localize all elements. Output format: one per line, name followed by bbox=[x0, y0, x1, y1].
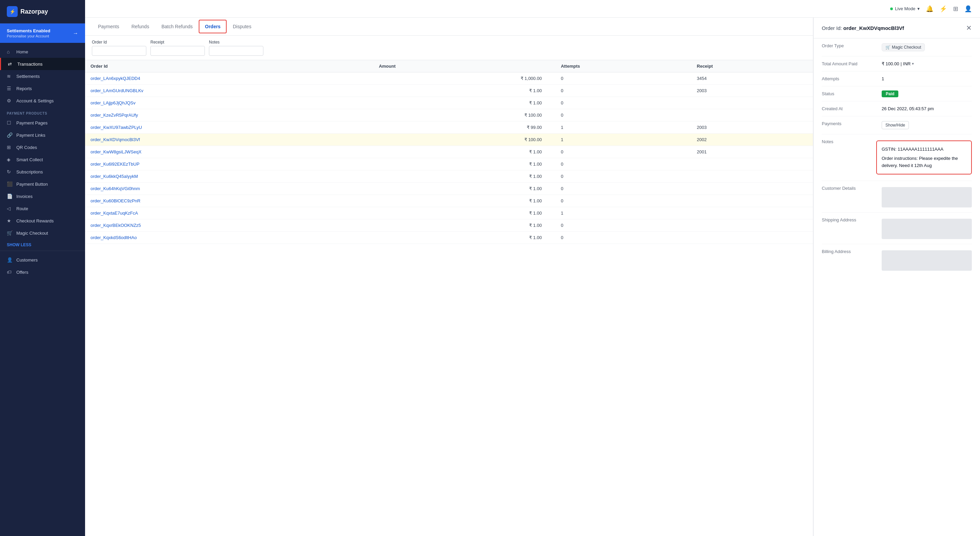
sidebar-item-payment-pages[interactable]: ☐ Payment Pages bbox=[0, 117, 85, 129]
sidebar-item-magic-checkout[interactable]: 🛒 Magic Checkout bbox=[0, 227, 85, 239]
sidebar-item-label-payment-pages: Payment Pages bbox=[16, 121, 48, 125]
order-receipt: 2003 bbox=[692, 85, 813, 97]
billing-address-placeholder bbox=[882, 250, 972, 271]
detail-row-created-at: Created At 26 Dec 2022, 05:43:57 pm bbox=[822, 101, 972, 116]
order-id-link[interactable]: order_KwXDVqmocBl3Vf bbox=[91, 137, 140, 142]
sidebar-item-payment-links[interactable]: 🔗 Payment Links bbox=[0, 129, 85, 141]
order-receipt bbox=[692, 109, 813, 121]
order-attempts: 0 bbox=[555, 85, 692, 97]
tab-batch-refunds[interactable]: Batch Refunds bbox=[155, 19, 199, 35]
order-id-link[interactable]: order_KqxrBEkOOKNZz5 bbox=[91, 223, 141, 228]
settlements-title: Settlements Enabled bbox=[7, 28, 50, 33]
order-attempts: 0 bbox=[555, 158, 692, 170]
order-id-link[interactable]: order_KzeZvR5PqrAUfy bbox=[91, 113, 138, 118]
sidebar-item-label-payment-button: Payment Button bbox=[16, 182, 48, 187]
order-receipt bbox=[692, 182, 813, 195]
order-id-link[interactable]: order_KwXU97awbZPLyU bbox=[91, 125, 142, 130]
detail-key-billing-address: Billing Address bbox=[822, 249, 876, 254]
sidebar-item-route[interactable]: ◁ Route bbox=[0, 202, 85, 215]
detail-order-id: order_KwXDVqmocBl3Vf bbox=[843, 25, 904, 31]
settlements-icon: ≋ bbox=[7, 73, 13, 79]
tab-payments[interactable]: Payments bbox=[92, 19, 125, 35]
order-amount: ₹ 1.00 bbox=[373, 85, 555, 97]
sidebar-item-label-reports: Reports bbox=[16, 86, 32, 91]
filter-order-id-input[interactable] bbox=[92, 46, 146, 56]
detail-key-amount: Total Amount Paid bbox=[822, 61, 876, 66]
sidebar-item-transactions[interactable]: ⇄ Transactions bbox=[0, 58, 85, 70]
settlements-banner[interactable]: Settlements Enabled Personalise your Acc… bbox=[0, 24, 85, 43]
sidebar-item-checkout-rewards[interactable]: ★ Checkout Rewards bbox=[0, 215, 85, 227]
filter-receipt-label: Receipt bbox=[150, 40, 205, 44]
filter-notes-label: Notes bbox=[209, 40, 263, 44]
badge-magic-checkout: 🛒 Magic Checkout bbox=[882, 43, 925, 51]
detail-val-created-at: 26 Dec 2022, 05:43:57 pm bbox=[882, 106, 972, 111]
order-id-link[interactable]: order_Ku6kkQ45aIyykM bbox=[91, 174, 138, 179]
sidebar-item-subscriptions[interactable]: ↻ Subscriptions bbox=[0, 166, 85, 178]
sidebar-item-label-subscriptions: Subscriptions bbox=[16, 170, 43, 174]
sidebar-item-smart-collect[interactable]: ◈ Smart Collect bbox=[0, 153, 85, 166]
checkout-rewards-icon: ★ bbox=[7, 218, 13, 224]
tab-disputes[interactable]: Disputes bbox=[227, 19, 257, 35]
sidebar-item-payment-button[interactable]: ⬛ Payment Button bbox=[0, 178, 85, 190]
sidebar-item-settlements[interactable]: ≋ Settlements bbox=[0, 70, 85, 82]
order-receipt bbox=[692, 97, 813, 109]
bell-icon[interactable]: 🔔 bbox=[926, 5, 933, 13]
user-avatar[interactable]: 👤 bbox=[964, 5, 972, 13]
sidebar-item-customers[interactable]: 👤 Customers bbox=[0, 254, 85, 266]
detail-row-shipping-address: Shipping Address bbox=[822, 212, 972, 244]
table-row[interactable]: order_Ku6kkQ45aIyykM ₹ 1.00 0 bbox=[85, 170, 813, 182]
currency-caret-icon: ▾ bbox=[912, 62, 914, 66]
tab-orders[interactable]: Orders bbox=[199, 20, 227, 33]
order-amount: ₹ 1.00 bbox=[373, 158, 555, 170]
order-id-link[interactable]: order_KqxtaE7uqKzFcA bbox=[91, 211, 138, 216]
sidebar-item-reports[interactable]: ☰ Reports bbox=[0, 82, 85, 95]
sidebar-item-offers[interactable]: 🏷 Offers bbox=[0, 266, 85, 278]
sidebar-item-home[interactable]: ⌂ Home bbox=[0, 46, 85, 58]
order-id-link[interactable]: order_LAn6xpykQJEDD4 bbox=[91, 76, 140, 81]
table-row[interactable]: order_KwXU97awbZPLyU ₹ 99.00 1 2003 bbox=[85, 121, 813, 134]
detail-close-button[interactable]: ✕ bbox=[966, 24, 972, 32]
qr-codes-icon: ⊞ bbox=[7, 144, 13, 150]
sidebar-item-account[interactable]: ⚙ Account & Settings bbox=[0, 95, 85, 107]
filter-receipt-input[interactable] bbox=[150, 46, 205, 56]
col-order-id: Order Id bbox=[85, 60, 373, 73]
order-id-link[interactable]: order_Ku64hKqVGi0hnm bbox=[91, 186, 140, 191]
sidebar-item-label-payment-links: Payment Links bbox=[16, 133, 45, 138]
table-row[interactable]: order_Ku6l92EKEzTbUP ₹ 1.00 0 bbox=[85, 158, 813, 170]
table-row[interactable]: order_KqxrBEkOOKNZz5 ₹ 1.00 0 bbox=[85, 219, 813, 232]
sidebar-item-qr-codes[interactable]: ⊞ QR Codes bbox=[0, 141, 85, 153]
order-id-link[interactable]: order_Ku60BlOEC9zPnR bbox=[91, 198, 140, 203]
table-row[interactable]: order_Ku60BlOEC9zPnR ₹ 1.00 0 bbox=[85, 195, 813, 207]
detail-key-customer-details: Customer Details bbox=[822, 186, 876, 191]
order-receipt bbox=[692, 232, 813, 244]
table-row[interactable]: order_KqxkdS6odltHAo ₹ 1.00 0 bbox=[85, 232, 813, 244]
table-row[interactable]: order_KzeZvR5PqrAUfy ₹ 100.00 0 bbox=[85, 109, 813, 121]
table-row[interactable]: order_LAmGUrdUNGBLKv ₹ 1.00 0 2003 bbox=[85, 85, 813, 97]
order-id-link[interactable]: order_LAmGUrdUNGBLKv bbox=[91, 88, 143, 93]
activity-icon[interactable]: ⚡ bbox=[940, 5, 947, 13]
detail-header: Order Id: order_KwXDVqmocBl3Vf ✕ bbox=[814, 18, 980, 38]
tab-refunds[interactable]: Refunds bbox=[125, 19, 155, 35]
table-row[interactable]: order_LAjjp6JjQhJQSv ₹ 1.00 0 bbox=[85, 97, 813, 109]
filter-notes-input[interactable] bbox=[209, 46, 263, 56]
order-amount: ₹ 1.00 bbox=[373, 182, 555, 195]
notes-content-box: GSTIN: 11AAAAA1111111AAA Order instructi… bbox=[876, 140, 972, 174]
currency-dropdown[interactable]: ₹ 100.00 | INR ▾ bbox=[882, 61, 914, 66]
table-row[interactable]: order_Ku64hKqVGi0hnm ₹ 1.00 0 bbox=[85, 182, 813, 195]
table-row[interactable]: order_KwXDVqmocBl3Vf ₹ 100.00 1 2002 bbox=[85, 134, 813, 146]
transactions-icon: ⇄ bbox=[8, 61, 14, 67]
order-attempts: 0 bbox=[555, 170, 692, 182]
table-row[interactable]: order_KqxtaE7uqKzFcA ₹ 1.00 1 bbox=[85, 207, 813, 219]
sidebar-item-invoices[interactable]: 📄 Invoices bbox=[0, 190, 85, 202]
grid-icon[interactable]: ⊞ bbox=[953, 5, 958, 13]
status-badge: Paid bbox=[882, 90, 898, 97]
table-row[interactable]: order_LAn6xpykQJEDD4 ₹ 1,000.00 0 3454 bbox=[85, 73, 813, 85]
show-hide-payments-button[interactable]: Show/Hide bbox=[882, 121, 909, 129]
order-id-link[interactable]: order_LAjjp6JjQhJQSv bbox=[91, 100, 135, 105]
order-id-link[interactable]: order_KwW8gsiLJWSeqX bbox=[91, 149, 142, 154]
table-row[interactable]: order_KwW8gsiLJWSeqX ₹ 1.00 0 2001 bbox=[85, 146, 813, 158]
show-less-button[interactable]: SHOW LESS bbox=[0, 239, 85, 251]
order-id-link[interactable]: order_Ku6l92EKEzTbUP bbox=[91, 162, 140, 167]
order-id-link[interactable]: order_KqxkdS6odltHAo bbox=[91, 235, 137, 240]
live-mode-indicator[interactable]: Live Mode ▾ bbox=[890, 6, 920, 11]
